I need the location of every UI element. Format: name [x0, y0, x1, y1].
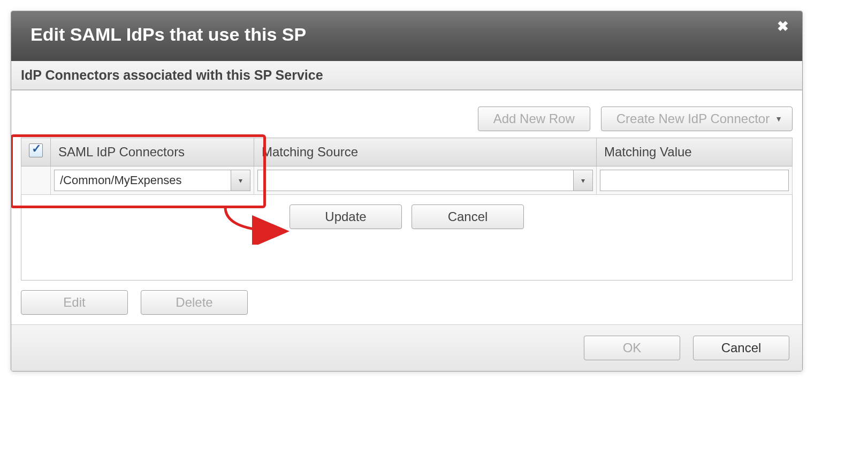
row-cancel-label: Cancel: [448, 209, 488, 224]
source-cell: ▾: [254, 166, 597, 195]
header-value[interactable]: Matching Value: [597, 138, 793, 166]
connector-dropdown-button[interactable]: ▾: [231, 170, 250, 191]
update-label: Update: [325, 209, 366, 224]
edit-label: Edit: [63, 295, 85, 310]
connector-cell: ▾: [51, 166, 254, 195]
dialog-footer: OK Cancel: [11, 324, 802, 371]
source-input[interactable]: [258, 170, 573, 191]
dialog-header: Edit SAML IdPs that use this SP ✖: [11, 11, 802, 61]
header-source[interactable]: Matching Source: [254, 138, 597, 166]
matching-value-input[interactable]: [600, 170, 789, 191]
ok-label: OK: [623, 340, 642, 355]
dialog-title: Edit SAML IdPs that use this SP: [31, 24, 783, 45]
edit-saml-idp-dialog: Edit SAML IdPs that use this SP ✖ IdP Co…: [11, 11, 803, 372]
toolbar: Add New Row Create New IdP Connector ▼: [11, 90, 802, 138]
chevron-down-icon: ▾: [239, 176, 242, 185]
section-header: IdP Connectors associated with this SP S…: [11, 61, 802, 90]
update-button[interactable]: Update: [290, 204, 402, 229]
edit-button[interactable]: Edit: [21, 290, 128, 315]
bottom-actions: Edit Delete: [11, 281, 802, 324]
add-new-row-label: Add New Row: [493, 111, 575, 126]
header-checkbox-cell: [21, 138, 51, 166]
cancel-label: Cancel: [721, 340, 762, 355]
close-icon[interactable]: ✖: [776, 21, 789, 34]
row-actions: Update Cancel: [21, 195, 792, 229]
header-connectors[interactable]: SAML IdP Connectors: [51, 138, 254, 166]
create-idp-connector-button[interactable]: Create New IdP Connector ▼: [601, 107, 793, 131]
table-spacer: Update Cancel: [21, 195, 793, 281]
chevron-down-icon: ▼: [775, 115, 782, 123]
select-all-checkbox[interactable]: [29, 143, 43, 157]
ok-button[interactable]: OK: [584, 336, 680, 360]
idp-connectors-table: SAML IdP Connectors Matching Source Matc…: [21, 138, 793, 281]
source-combo: ▾: [257, 170, 593, 191]
value-cell: [597, 166, 793, 195]
dialog-body: IdP Connectors associated with this SP S…: [11, 61, 802, 324]
chevron-down-icon: ▾: [581, 176, 585, 185]
delete-button[interactable]: Delete: [141, 290, 248, 315]
row-cancel-button[interactable]: Cancel: [412, 204, 524, 229]
delete-label: Delete: [176, 295, 212, 310]
create-idp-connector-label: Create New IdP Connector: [616, 111, 770, 126]
cancel-button[interactable]: Cancel: [693, 336, 789, 360]
add-new-row-button[interactable]: Add New Row: [478, 107, 590, 131]
row-checkbox-cell: [21, 166, 51, 195]
source-dropdown-button[interactable]: ▾: [573, 170, 592, 191]
table-row: ▾ ▾: [21, 166, 793, 195]
table-wrap: SAML IdP Connectors Matching Source Matc…: [11, 138, 802, 281]
connector-input[interactable]: [55, 170, 231, 191]
connector-combo: ▾: [54, 170, 250, 191]
